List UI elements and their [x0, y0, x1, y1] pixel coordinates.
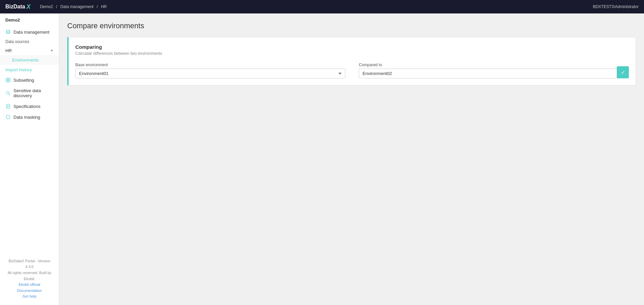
- sidebar-item-environments[interactable]: Environments: [0, 55, 59, 65]
- svg-rect-2: [8, 78, 10, 80]
- topbar: BizDataX Demo2 / Data management / HR BD…: [0, 0, 644, 13]
- breadcrumb-demo2[interactable]: Demo2: [40, 4, 53, 9]
- sidebar-sensitive-data-label: Sensitive data discovery: [13, 88, 53, 98]
- topbar-left: BizDataX Demo2 / Data management / HR: [5, 3, 107, 10]
- book-icon: [5, 104, 11, 109]
- card-title: Comparing: [75, 44, 629, 50]
- main-content: Compare environments Comparing Calculate…: [59, 13, 644, 305]
- compared-to-group: Compared to Environment02 Environment01: [359, 63, 629, 78]
- compared-to-select[interactable]: Environment02 Environment01: [359, 69, 629, 78]
- sidebar-data-management-label: Data management: [13, 30, 49, 35]
- sidebar-item-sensitive-data[interactable]: Sensitive data discovery: [0, 85, 59, 101]
- footer-ekobit-link[interactable]: Ekobit official: [18, 282, 40, 287]
- breadcrumb-hr[interactable]: HR: [101, 4, 107, 9]
- confirm-button[interactable]: ✓: [617, 66, 629, 78]
- puzzle-icon: [5, 77, 11, 83]
- sidebar-hr-label: HR: [5, 48, 12, 53]
- logo: BizDataX: [5, 3, 31, 10]
- sidebar-item-subsetting[interactable]: Subsetting: [0, 75, 59, 85]
- chevron-down-icon: ▼: [50, 49, 53, 52]
- svg-point-5: [6, 91, 9, 94]
- sidebar-item-data-masking[interactable]: Data masking: [0, 112, 59, 122]
- base-env-label: Base environment: [75, 63, 345, 67]
- sidebar-project: Demo2: [0, 13, 59, 27]
- svg-rect-1: [6, 78, 8, 80]
- database-icon: [5, 29, 11, 35]
- search-icon: [5, 90, 11, 96]
- sidebar-specifications-label: Specifications: [13, 104, 40, 109]
- base-env-group: Base environment Environment01 Environme…: [75, 63, 345, 78]
- compare-environments-card: Comparing Calculate differences between …: [67, 37, 636, 85]
- checkmark-icon: ✓: [621, 69, 625, 76]
- page-title: Compare environments: [67, 22, 636, 30]
- sidebar-subsetting-label: Subsetting: [13, 78, 34, 83]
- sidebar-hr-dropdown[interactable]: HR ▼: [0, 46, 59, 55]
- svg-rect-4: [8, 80, 10, 82]
- card-subtitle: Calculate differences between two enviro…: [75, 51, 629, 56]
- breadcrumb-data-management[interactable]: Data management: [60, 4, 93, 9]
- logo-x: X: [27, 3, 31, 10]
- shield-icon: [5, 114, 11, 120]
- footer-version: BizDataX Portal - Version 4.3.0: [5, 258, 53, 270]
- sidebar-item-import-history[interactable]: Import history: [0, 65, 59, 75]
- svg-line-6: [9, 94, 10, 95]
- breadcrumb: Demo2 / Data management / HR: [40, 4, 107, 9]
- sidebar-data-sources-label: Data sources: [0, 37, 59, 46]
- main-layout: Demo2 Data management Data sources HR ▼ …: [0, 13, 644, 305]
- sidebar-data-masking-label: Data masking: [13, 115, 40, 120]
- compared-to-label: Compared to: [359, 63, 629, 67]
- logo-bizdata: BizData: [5, 4, 25, 10]
- footer-help-link[interactable]: Get help: [23, 294, 37, 298]
- sidebar: Demo2 Data management Data sources HR ▼ …: [0, 13, 59, 305]
- svg-point-0: [6, 30, 10, 31]
- sidebar-item-specifications[interactable]: Specifications: [0, 101, 59, 112]
- form-row: Base environment Environment01 Environme…: [75, 63, 629, 78]
- footer-rights: All rights reserved. Built by Ekobit.: [5, 270, 53, 282]
- footer-docs-link[interactable]: Documentation: [17, 289, 42, 293]
- sidebar-footer: BizDataX Portal - Version 4.3.0 All righ…: [0, 253, 59, 305]
- sidebar-item-data-management[interactable]: Data management: [0, 27, 59, 37]
- svg-rect-3: [6, 80, 8, 82]
- topbar-user: BDXTEST3\Administrator: [593, 4, 639, 9]
- base-env-select[interactable]: Environment01 Environment02: [75, 69, 345, 78]
